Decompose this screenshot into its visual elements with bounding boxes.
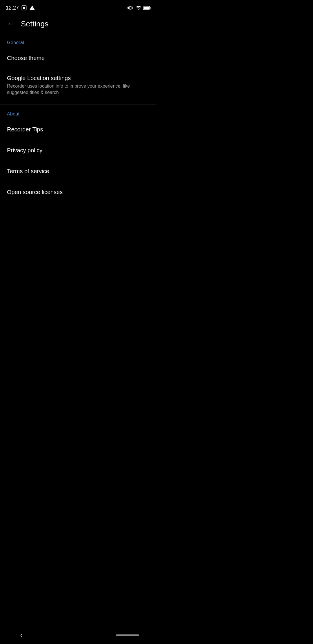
open-source-licenses-item[interactable]: Open source licenses bbox=[0, 182, 156, 202]
general-section-header: General bbox=[0, 35, 156, 48]
about-section-header: About bbox=[0, 107, 156, 119]
battery-icon bbox=[143, 6, 151, 10]
status-left: 12:27 bbox=[6, 5, 35, 11]
status-time: 12:27 bbox=[6, 5, 19, 11]
about-section: About Recorder Tips Privacy policy Terms… bbox=[0, 107, 156, 202]
back-button[interactable]: ← bbox=[5, 18, 16, 30]
svg-rect-3 bbox=[150, 7, 151, 9]
choose-theme-title: Choose theme bbox=[7, 54, 150, 62]
wifi-icon bbox=[135, 5, 141, 11]
back-arrow-icon: ← bbox=[7, 20, 14, 28]
recorder-tips-title: Recorder Tips bbox=[7, 126, 150, 133]
recorder-tips-item[interactable]: Recorder Tips bbox=[0, 119, 156, 140]
status-right bbox=[128, 5, 151, 11]
section-divider bbox=[0, 104, 156, 104]
header: ← Settings bbox=[0, 15, 156, 35]
svg-rect-1 bbox=[23, 7, 25, 9]
google-location-title: Google Location settings bbox=[7, 74, 150, 82]
google-location-item[interactable]: Google Location settings Recorder uses l… bbox=[0, 68, 156, 102]
privacy-policy-title: Privacy policy bbox=[7, 146, 150, 154]
vibrate-icon bbox=[128, 5, 133, 11]
terms-of-service-item[interactable]: Terms of service bbox=[0, 161, 156, 182]
privacy-policy-item[interactable]: Privacy policy bbox=[0, 140, 156, 161]
status-bar: 12:27 bbox=[0, 0, 156, 15]
google-location-subtitle: Recorder uses location info to improve y… bbox=[7, 83, 150, 96]
notification-icon bbox=[21, 5, 27, 11]
open-source-licenses-title: Open source licenses bbox=[7, 188, 150, 196]
terms-of-service-title: Terms of service bbox=[7, 167, 150, 175]
svg-rect-4 bbox=[144, 7, 149, 9]
general-section: General Choose theme Google Location set… bbox=[0, 35, 156, 102]
page-title: Settings bbox=[21, 19, 49, 28]
warning-icon bbox=[29, 5, 35, 11]
choose-theme-item[interactable]: Choose theme bbox=[0, 48, 156, 68]
